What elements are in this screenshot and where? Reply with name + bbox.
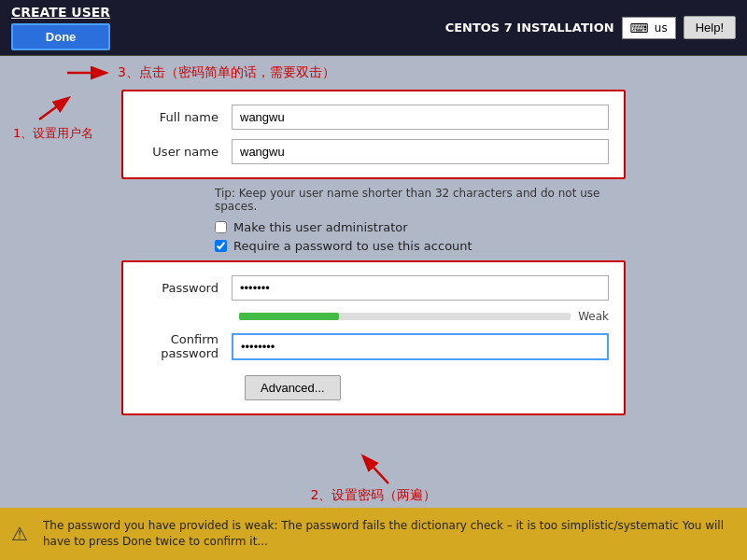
password-row: Password bbox=[138, 275, 609, 301]
warning-text: The password you have provided is weak: … bbox=[43, 518, 736, 550]
admin-label: Make this user administrator bbox=[233, 220, 408, 234]
warning-icon: ⚠ bbox=[11, 523, 34, 545]
password-input[interactable] bbox=[232, 275, 609, 301]
svg-line-2 bbox=[364, 457, 388, 483]
svg-line-1 bbox=[39, 99, 67, 119]
username-row: User name bbox=[138, 139, 609, 164]
strength-label: Weak bbox=[578, 310, 609, 323]
fullname-row: Full name bbox=[138, 105, 609, 130]
done-button[interactable]: Done bbox=[11, 23, 110, 50]
left-annotation: 1、设置用户名 bbox=[13, 93, 93, 142]
strength-bar-area: Weak bbox=[138, 310, 609, 323]
arrow-right-icon2 bbox=[35, 93, 71, 123]
password-form-section: Password Weak Confirm password Advanced.… bbox=[121, 260, 626, 415]
keyboard-icon: ⌨ bbox=[630, 21, 649, 35]
top-annotation-text: 3、点击（密码简单的话，需要双击） bbox=[118, 64, 335, 81]
warning-bar: ⚠ The password you have provided is weak… bbox=[0, 508, 747, 560]
username-label: User name bbox=[138, 145, 232, 159]
installation-title: CENTOS 7 INSTALLATION bbox=[445, 21, 614, 35]
strength-bar-background bbox=[239, 313, 571, 320]
top-annotation-bar: 3、点击（密码简单的话，需要双击） bbox=[0, 56, 747, 90]
keyboard-input[interactable]: ⌨ us bbox=[622, 17, 676, 39]
header-right: CENTOS 7 INSTALLATION ⌨ us Help! bbox=[445, 16, 736, 39]
strength-bar-fill bbox=[239, 313, 339, 320]
require-pwd-label: Require a password to use this account bbox=[233, 239, 472, 253]
confirm-password-label: Confirm password bbox=[138, 332, 232, 360]
arrow-right-icon bbox=[65, 63, 112, 83]
name-form-section: Full name User name bbox=[121, 90, 626, 179]
arrow-up-left-icon bbox=[355, 452, 392, 487]
admin-checkbox-row[interactable]: Make this user administrator bbox=[215, 220, 626, 234]
confirm-password-input[interactable] bbox=[232, 333, 609, 360]
page-title: CREATE USER bbox=[11, 5, 110, 20]
header: CREATE USER Done CENTOS 7 INSTALLATION ⌨… bbox=[0, 0, 747, 56]
fullname-input[interactable] bbox=[232, 105, 609, 130]
require-pwd-checkbox-row[interactable]: Require a password to use this account bbox=[215, 239, 626, 253]
password-label: Password bbox=[138, 281, 232, 295]
keyboard-lang: us bbox=[655, 21, 668, 35]
main-content: 3、点击（密码简单的话，需要双击） 1、设置用户名 Full name User… bbox=[0, 56, 747, 508]
confirm-password-row: Confirm password bbox=[138, 332, 609, 360]
help-button[interactable]: Help! bbox=[684, 16, 736, 39]
bottom-annotation-text: 2、设置密码（两遍） bbox=[311, 487, 437, 504]
left-annotation-text: 1、设置用户名 bbox=[13, 125, 93, 142]
tip-area: Tip: Keep your user name shorter than 32… bbox=[215, 187, 626, 253]
require-pwd-checkbox[interactable] bbox=[215, 240, 227, 252]
bottom-annotation: 2、设置密码（两遍） bbox=[0, 452, 747, 508]
tip-text: Tip: Keep your user name shorter than 32… bbox=[215, 187, 626, 213]
fullname-label: Full name bbox=[138, 110, 232, 124]
advanced-button[interactable]: Advanced... bbox=[245, 375, 341, 400]
username-input[interactable] bbox=[232, 139, 609, 164]
admin-checkbox[interactable] bbox=[215, 221, 227, 233]
header-left: CREATE USER Done bbox=[11, 5, 110, 50]
